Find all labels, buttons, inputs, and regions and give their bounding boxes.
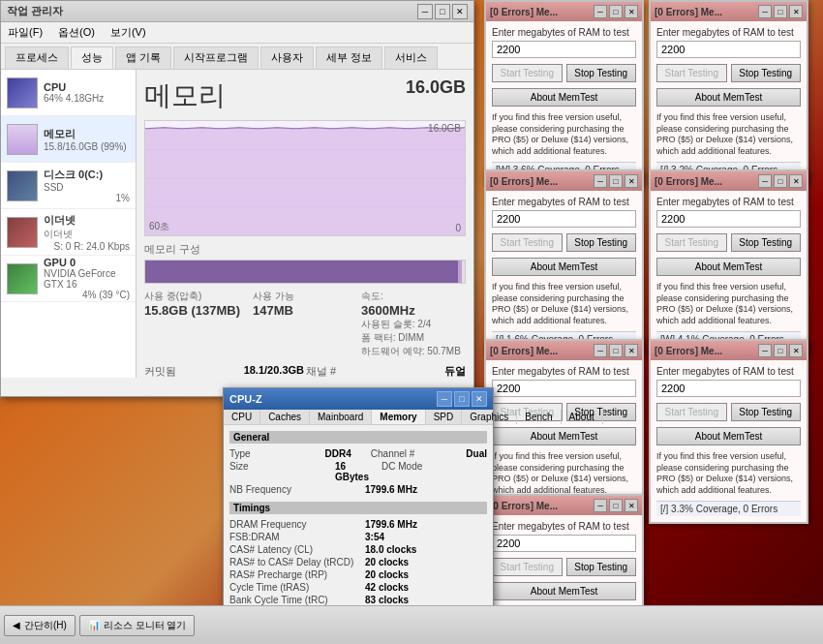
memtest-input-5[interactable] [492, 380, 636, 397]
memtest-stop-btn-3[interactable]: Stop Testing [566, 233, 637, 252]
memtest-start-btn-4[interactable]: Start Testing [656, 233, 727, 252]
graph-zero-label: 0 [455, 223, 461, 233]
memtest-about-btn-4[interactable]: About MemTest [656, 258, 801, 276]
sidebar-item-cpu[interactable]: CPU 64% 4.18GHz [1, 70, 136, 116]
memtest-input-1[interactable] [492, 41, 636, 58]
cpuz-tab-about[interactable]: About [562, 410, 603, 424]
memtest-start-btn-3[interactable]: Start Testing [492, 233, 563, 252]
memtest-start-btn-7[interactable]: Start Testing [492, 558, 563, 576]
tab-services[interactable]: 서비스 [384, 46, 438, 69]
memory-header: 메모리 16.0GB [144, 77, 466, 114]
memtest-about-btn-1[interactable]: About MemTest [492, 88, 636, 107]
memtest-about-btn-2[interactable]: About MemTest [656, 88, 801, 107]
memtest-maximize-5[interactable]: □ [609, 344, 623, 357]
memtest-about-btn-6[interactable]: About MemTest [656, 427, 801, 445]
cpuz-dram-freq-row: DRAM Frequency 1799.6 MHz [229, 518, 487, 531]
memtest-start-btn-6[interactable]: Start Testing [656, 403, 727, 421]
memtest-minimize-5[interactable]: ─ [594, 344, 607, 357]
memtest-close-6[interactable]: ✕ [789, 344, 803, 357]
memtest-maximize-1[interactable]: □ [609, 5, 623, 18]
taskbar-resource-monitor-button[interactable]: 📊 리소스 모니터 열기 [79, 615, 196, 636]
sidebar-item-gpu[interactable]: GPU 0 NVIDIA GeForce GTX 16 4% (39 °C) [1, 256, 136, 302]
memory-total: 16.0GB [406, 77, 466, 98]
memtest-close-4[interactable]: ✕ [789, 174, 803, 188]
memtest-stop-btn-7[interactable]: Stop Testing [566, 558, 637, 576]
memtest-maximize-4[interactable]: □ [774, 174, 787, 188]
tab-details[interactable]: 세부 정보 [316, 46, 382, 69]
close-button[interactable]: ✕ [452, 4, 468, 19]
stat-available: 사용 가능 147MB [253, 290, 357, 358]
memtest-close-5[interactable]: ✕ [625, 344, 638, 357]
simplify-label: 간단히(H) [24, 619, 67, 632]
memtest-about-btn-7[interactable]: About MemTest [492, 582, 636, 600]
memtest-maximize-3[interactable]: □ [609, 174, 623, 188]
memtest-maximize-6[interactable]: □ [774, 344, 787, 357]
memtest-body-3: Enter megabytes of RAM to test Start Tes… [486, 191, 642, 353]
cpuz-tabs: CPU Caches Mainboard Memory SPD Graphics… [224, 410, 493, 425]
sidebar-item-disk[interactable]: 디스크 0(C:) SSD 1% [1, 163, 136, 209]
memtest-input-7[interactable] [492, 535, 636, 552]
memtest-input-3[interactable] [492, 210, 636, 228]
memtest-minimize-3[interactable]: ─ [594, 174, 607, 188]
cpuz-tab-memory[interactable]: Memory [372, 410, 425, 424]
memtest-btn-row-2: Start Testing Stop Testing [656, 64, 801, 82]
disk-type: SSD [44, 182, 130, 193]
menu-view[interactable]: 보기(V) [107, 24, 149, 41]
tab-users[interactable]: 사용자 [260, 46, 314, 69]
memtest-close-1[interactable]: ✕ [625, 5, 638, 18]
memtest-close-3[interactable]: ✕ [625, 174, 638, 188]
memtest-body-1: Enter megabytes of RAM to test Start Tes… [486, 21, 642, 183]
memtest-minimize-2[interactable]: ─ [758, 5, 772, 18]
memtest-titlebar-2: [0 Errors] Me... ─ □ ✕ [651, 2, 807, 21]
cpuz-maximize[interactable]: □ [454, 391, 470, 407]
memtest-minimize-1[interactable]: ─ [594, 5, 607, 18]
memtest-start-btn-1[interactable]: Start Testing [492, 64, 563, 82]
tab-performance[interactable]: 성능 [71, 46, 113, 69]
disk-pct: 1% [44, 193, 130, 203]
memtest-close-2[interactable]: ✕ [789, 5, 803, 18]
cpuz-tab-graphics[interactable]: Graphics [462, 410, 517, 424]
memtest-input-label-3: Enter megabytes of RAM to test [492, 197, 636, 207]
memtest-stop-btn-6[interactable]: Stop Testing [731, 403, 802, 421]
menu-file[interactable]: 파일(F) [5, 24, 46, 41]
memtest-stop-btn-2[interactable]: Stop Testing [731, 64, 802, 82]
memtest-start-btn-2[interactable]: Start Testing [656, 64, 727, 82]
memtest-minimize-6[interactable]: ─ [758, 344, 772, 357]
cpuz-rcd-value: 20 clocks [365, 557, 409, 567]
cpuz-minimize[interactable]: ─ [437, 391, 452, 407]
memtest-minimize-7[interactable]: ─ [594, 499, 607, 512]
memtest-about-btn-3[interactable]: About MemTest [492, 258, 636, 276]
memtest-input-4[interactable] [656, 210, 801, 228]
cpuz-tab-caches[interactable]: Caches [260, 410, 310, 424]
minimize-button[interactable]: ─ [417, 4, 433, 19]
taskbar: ◀ 간단히(H) 📊 리소스 모니터 열기 [0, 605, 823, 644]
cpuz-tab-cpu[interactable]: CPU [224, 410, 260, 424]
memtest-stop-btn-4[interactable]: Stop Testing [731, 233, 802, 252]
cpuz-tab-spd[interactable]: SPD [426, 410, 463, 424]
tab-startup[interactable]: 시작프로그램 [173, 46, 259, 69]
memtest-close-7[interactable]: ✕ [625, 499, 638, 512]
memtest-title-4: [0 Errors] Me... [655, 176, 722, 187]
sidebar-item-network[interactable]: 이더넷 이더넷 S: 0 R: 24.0 Kbps [1, 209, 136, 256]
disk-label: 디스크 0(C:) [44, 168, 130, 182]
cpu-usage: 64% 4.18GHz [44, 93, 130, 104]
menu-options[interactable]: 옵션(O) [55, 24, 98, 41]
cpuz-dramfreq-value: 1799.6 MHz [365, 519, 417, 530]
memtest-minimize-4[interactable]: ─ [758, 174, 772, 188]
cpuz-tab-bench[interactable]: Bench [517, 410, 561, 424]
memtest-body-6: Enter megabytes of RAM to test Start Tes… [651, 360, 807, 522]
cpuz-tab-mainboard[interactable]: Mainboard [310, 410, 372, 424]
sidebar-item-memory[interactable]: 메모리 15.8/16.0GB (99%) [1, 116, 136, 163]
maximize-button[interactable]: □ [435, 4, 450, 19]
memtest-input-6[interactable] [656, 380, 801, 397]
memtest-stop-btn-1[interactable]: Stop Testing [566, 64, 637, 82]
cpuz-close[interactable]: ✕ [472, 391, 487, 407]
memtest-input-2[interactable] [656, 41, 801, 58]
taskbar-simplify-button[interactable]: ◀ 간단히(H) [4, 615, 76, 636]
tab-app-history[interactable]: 앱 기록 [115, 46, 171, 69]
memtest-maximize-7[interactable]: □ [609, 499, 623, 512]
memtest-input-label-4: Enter megabytes of RAM to test [656, 197, 801, 207]
memtest-about-btn-5[interactable]: About MemTest [492, 427, 636, 445]
memtest-maximize-2[interactable]: □ [774, 5, 787, 18]
tab-process[interactable]: 프로세스 [5, 46, 69, 69]
